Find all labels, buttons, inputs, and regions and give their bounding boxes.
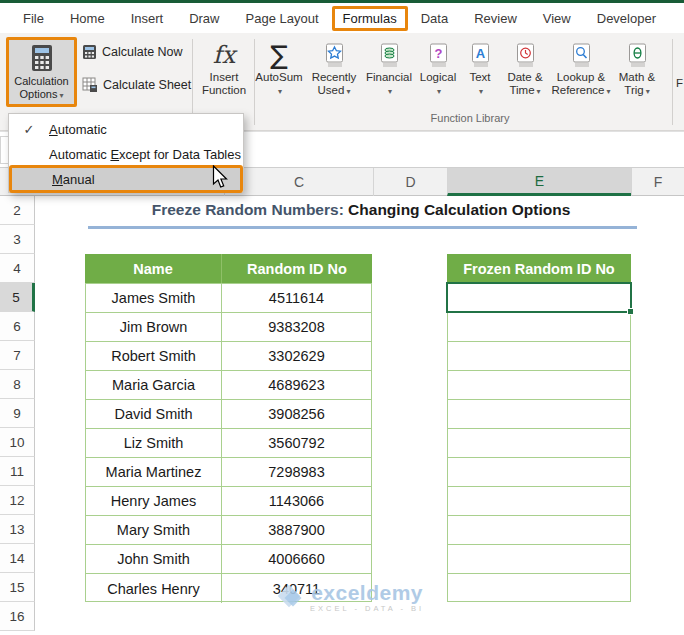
column-header-d[interactable]: D xyxy=(373,168,447,196)
frozen-cell[interactable] xyxy=(448,516,630,545)
financial-button[interactable]: Financial ▾ xyxy=(362,35,416,109)
calculator-icon xyxy=(29,43,55,73)
date-time-button[interactable]: Date & Time▾ xyxy=(500,35,550,109)
chevron-down-icon: ▾ xyxy=(388,87,392,96)
cell-name[interactable]: Liz Smith xyxy=(86,429,222,457)
tab-developer[interactable]: Developer xyxy=(584,7,669,30)
row-header-2[interactable]: 2 xyxy=(0,196,35,225)
tab-draw[interactable]: Draw xyxy=(176,7,232,30)
cell-name[interactable]: Mary Smith xyxy=(86,516,222,544)
cell-id[interactable]: 1143066 xyxy=(222,487,371,515)
cell-name[interactable]: Robert Smith xyxy=(86,342,222,370)
row-header-8[interactable]: 8 xyxy=(0,370,35,399)
tab-file[interactable]: File xyxy=(10,7,57,30)
frozen-cell[interactable] xyxy=(448,313,630,342)
row-header-10[interactable]: 10 xyxy=(0,428,35,457)
row-header-5[interactable]: 5 xyxy=(0,283,35,312)
fill-handle[interactable] xyxy=(627,308,634,315)
frozen-cell[interactable] xyxy=(448,458,630,487)
cell-id[interactable]: 3560792 xyxy=(222,429,371,457)
frozen-cell[interactable] xyxy=(448,487,630,516)
cell-name[interactable]: Charles Henry xyxy=(86,574,222,603)
frozen-cell[interactable] xyxy=(448,545,630,574)
more-functions-partial-label[interactable]: F xyxy=(676,77,683,89)
frozen-cell[interactable] xyxy=(448,574,630,603)
recently-used-button[interactable]: Recently Used▾ xyxy=(306,35,362,109)
menu-item-automatic[interactable]: ✓ Automatic xyxy=(9,116,243,142)
row-header-3[interactable]: 3 xyxy=(0,225,35,254)
cell-id[interactable]: 9383208 xyxy=(222,313,371,341)
column-header-c[interactable]: C xyxy=(224,168,373,196)
menu-item-manual[interactable]: Manual xyxy=(9,165,243,193)
recently-used-label2: Used xyxy=(318,84,345,96)
theta-icon xyxy=(627,39,648,71)
calculate-sheet-button[interactable]: Calculate Sheet xyxy=(82,74,191,96)
lookup-reference-label2: Reference xyxy=(551,84,604,96)
cell-name[interactable]: Jim Brown xyxy=(86,313,222,341)
cell-name[interactable]: Henry James xyxy=(86,487,222,515)
active-cell-selection[interactable] xyxy=(446,282,632,313)
cell-id[interactable]: 3908256 xyxy=(222,400,371,428)
insert-function-button[interactable]: fx Insert Function xyxy=(196,35,252,109)
tab-insert[interactable]: Insert xyxy=(118,7,177,30)
row-header-4[interactable]: 4 xyxy=(0,254,35,283)
cell-name[interactable]: James Smith xyxy=(86,284,222,312)
row-header-12[interactable]: 12 xyxy=(0,486,35,515)
cell-id[interactable]: 4511614 xyxy=(222,284,371,312)
fx-icon: fx xyxy=(213,41,235,69)
row-header-6[interactable]: 6 xyxy=(0,312,35,341)
ribbon-divider xyxy=(254,39,255,125)
row-header-14[interactable]: 14 xyxy=(0,544,35,573)
row-header-9[interactable]: 9 xyxy=(0,399,35,428)
chevron-down-icon: ▾ xyxy=(278,87,282,96)
logical-button[interactable]: ? Logical ▾ xyxy=(416,35,460,109)
cell-id[interactable]: 3887900 xyxy=(222,516,371,544)
lookup-reference-button[interactable]: Lookup & Reference▾ xyxy=(550,35,612,109)
frozen-cell[interactable] xyxy=(448,429,630,458)
header-random-id[interactable]: Random ID No xyxy=(222,254,372,283)
cell-id[interactable]: 3302629 xyxy=(222,342,371,370)
math-trig-button[interactable]: Math & Trig▾ xyxy=(612,35,662,109)
column-header-e[interactable]: E xyxy=(447,168,631,196)
row-header-13[interactable]: 13 xyxy=(0,515,35,544)
cell-name[interactable]: John Smith xyxy=(86,545,222,573)
tab-data[interactable]: Data xyxy=(408,7,461,30)
autosum-button[interactable]: ∑ AutoSum ▾ xyxy=(252,35,306,109)
cell-name[interactable]: David Smith xyxy=(86,400,222,428)
calculate-now-button[interactable]: Calculate Now xyxy=(82,41,191,63)
cell-id[interactable]: 4689623 xyxy=(222,371,371,399)
cell-id[interactable]: 340711 xyxy=(222,574,371,603)
tab-view[interactable]: View xyxy=(530,7,584,30)
header-name[interactable]: Name xyxy=(85,254,222,283)
tab-home[interactable]: Home xyxy=(57,7,118,30)
row-header-15[interactable]: 15 xyxy=(0,573,35,602)
frozen-cell[interactable] xyxy=(448,400,630,429)
table-row: Robert Smith3302629 xyxy=(86,342,371,371)
chevron-down-icon: ▾ xyxy=(346,87,350,96)
cell-name[interactable]: Maria Martinez xyxy=(86,458,222,486)
cell-name[interactable]: Maria Garcia xyxy=(86,371,222,399)
name-id-table: James Smith4511614 Jim Brown9383208 Robe… xyxy=(85,283,372,602)
tab-page-layout[interactable]: Page Layout xyxy=(233,7,332,30)
frozen-cell[interactable] xyxy=(448,342,630,371)
ribbon-divider xyxy=(672,39,673,125)
calculate-now-label: Calculate Now xyxy=(102,45,183,59)
frozen-cell[interactable] xyxy=(448,371,630,400)
frozen-header[interactable]: Frozen Random ID No xyxy=(447,254,631,283)
menu-item-automatic-except[interactable]: Automatic Except for Data Tables xyxy=(9,141,243,167)
row-header-16[interactable]: 16 xyxy=(0,602,35,631)
calculation-options-button[interactable]: Calculation Options▾ xyxy=(6,37,77,107)
cell-id[interactable]: 4006660 xyxy=(222,545,371,573)
text-button[interactable]: A Text ▾ xyxy=(460,35,500,109)
cell-id[interactable]: 7298983 xyxy=(222,458,371,486)
table-row: David Smith3908256 xyxy=(86,400,371,429)
row-header-7[interactable]: 7 xyxy=(0,341,35,370)
row-header-11[interactable]: 11 xyxy=(0,457,35,486)
tab-formulas[interactable]: Formulas xyxy=(332,6,408,31)
column-header-f[interactable]: F xyxy=(631,168,684,196)
tab-review[interactable]: Review xyxy=(461,7,530,30)
table-row: Liz Smith3560792 xyxy=(86,429,371,458)
insert-function-label: Insert xyxy=(210,71,239,84)
sheet-title[interactable]: Freeze Random Numbers: Changing Calculat… xyxy=(85,201,637,219)
title-prefix: Freeze Random Numbers: xyxy=(152,201,348,218)
